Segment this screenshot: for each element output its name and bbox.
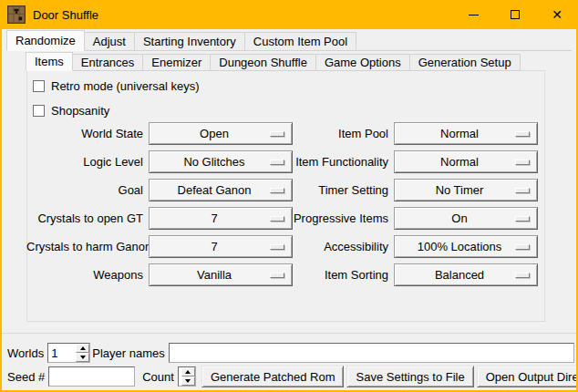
dropdown-indicator-icon bbox=[515, 131, 530, 137]
dropdown-indicator-icon bbox=[515, 244, 530, 250]
worlds-spin-up-button[interactable] bbox=[76, 344, 89, 353]
shopsanity-label: Shopsanity bbox=[51, 104, 109, 118]
tab-items[interactable]: Items bbox=[26, 52, 73, 71]
worlds-spinbox bbox=[47, 343, 90, 363]
worlds-row: Worlds Player names bbox=[5, 342, 574, 364]
tab-entrances[interactable]: Entrances bbox=[72, 54, 144, 71]
crystals-ganon-value: 7 bbox=[211, 240, 230, 253]
seed-input[interactable] bbox=[48, 366, 135, 387]
logic-level-label: Logic Level bbox=[26, 155, 149, 169]
minimize-button[interactable] bbox=[452, 0, 494, 29]
item-functionality-label: Item Functionality bbox=[237, 155, 394, 169]
accessibility-label: Accessibility bbox=[237, 240, 394, 253]
titlebar[interactable]: Door Shuffle ✕ bbox=[0, 0, 578, 29]
save-settings-button[interactable]: Save Settings to File bbox=[346, 366, 473, 387]
dropdown-indicator-icon bbox=[515, 188, 530, 193]
options-column-right: Item Pool Normal Item Functionality Norm… bbox=[237, 119, 538, 289]
accessibility-row: Accessibility 100% Locations bbox=[237, 232, 538, 261]
seed-row: Seed # Count Generate Patched Rom Save S… bbox=[5, 366, 574, 387]
item-pool-row: Item Pool Normal bbox=[237, 119, 538, 148]
worlds-label: Worlds bbox=[5, 346, 47, 360]
maximize-icon bbox=[511, 10, 520, 19]
tab-generation-setup[interactable]: Generation Setup bbox=[409, 54, 521, 71]
accessibility-value: 100% Locations bbox=[418, 240, 515, 253]
arrow-up-icon bbox=[80, 346, 86, 350]
progressive-items-label: Progressive Items bbox=[237, 211, 394, 225]
worlds-spin-down-button[interactable] bbox=[76, 353, 89, 362]
window-title: Door Shuffle bbox=[33, 8, 98, 22]
item-pool-dropdown[interactable]: Normal bbox=[394, 122, 538, 145]
worlds-input[interactable] bbox=[48, 344, 76, 362]
crystals-gt-value: 7 bbox=[211, 211, 230, 225]
item-sorting-dropdown[interactable]: Balanced bbox=[394, 263, 538, 286]
dropdown-indicator-icon bbox=[515, 273, 530, 278]
tab-enemizer[interactable]: Enemizer bbox=[142, 54, 211, 71]
item-functionality-row: Item Functionality Normal bbox=[237, 148, 538, 176]
tab-adjust[interactable]: Adjust bbox=[84, 32, 135, 51]
item-pool-value: Normal bbox=[440, 127, 491, 140]
player-names-label: Player names bbox=[90, 346, 168, 360]
shopsanity-checkbox[interactable] bbox=[33, 105, 45, 117]
tab-custom-item-pool[interactable]: Custom Item Pool bbox=[244, 32, 356, 51]
retro-mode-label: Retro mode (universal keys) bbox=[51, 79, 200, 93]
door-icon bbox=[7, 5, 26, 24]
tab-dungeon-shuffle[interactable]: Dungeon Shuffle bbox=[210, 54, 316, 71]
progressive-items-dropdown[interactable]: On bbox=[394, 207, 538, 230]
outer-tab-bar: Randomize Adjust Starting Inventory Cust… bbox=[6, 30, 356, 51]
weapons-label: Weapons bbox=[26, 268, 149, 282]
count-spinbox bbox=[178, 366, 196, 387]
door-shuffle-window: Door Shuffle ✕ Randomize Adjust Starting… bbox=[0, 0, 578, 392]
tab-starting-inventory[interactable]: Starting Inventory bbox=[134, 32, 245, 51]
item-sorting-row: Item Sorting Balanced bbox=[237, 261, 538, 289]
timer-setting-dropdown[interactable]: No Timer bbox=[394, 179, 538, 201]
arrow-down-icon bbox=[185, 379, 191, 383]
player-names-input[interactable] bbox=[169, 343, 574, 363]
item-sorting-label: Item Sorting bbox=[237, 268, 394, 282]
accessibility-dropdown[interactable]: 100% Locations bbox=[394, 235, 538, 258]
progressive-items-row: Progressive Items On bbox=[237, 204, 538, 232]
count-spin-up-button[interactable] bbox=[181, 367, 195, 377]
item-pool-label: Item Pool bbox=[237, 127, 394, 140]
goal-label: Goal bbox=[26, 183, 149, 197]
world-state-label: World State bbox=[26, 127, 149, 140]
retro-mode-row: Retro mode (universal keys) bbox=[33, 79, 200, 93]
dropdown-indicator-icon bbox=[515, 216, 530, 222]
item-functionality-value: Normal bbox=[440, 155, 491, 169]
close-icon: ✕ bbox=[552, 8, 563, 21]
dropdown-indicator-icon bbox=[515, 160, 530, 165]
timer-setting-row: Timer Setting No Timer bbox=[237, 176, 538, 204]
tab-randomize[interactable]: Randomize bbox=[6, 30, 85, 51]
inner-tab-bar: Items Entrances Enemizer Dungeon Shuffle… bbox=[26, 52, 521, 71]
arrow-up-icon bbox=[185, 370, 191, 374]
arrow-down-icon bbox=[80, 356, 86, 359]
window-border bbox=[0, 0, 2, 392]
close-button[interactable]: ✕ bbox=[536, 0, 578, 29]
crystals-ganon-label: Crystals to harm Ganon bbox=[26, 240, 149, 253]
timer-setting-label: Timer Setting bbox=[237, 183, 394, 197]
tab-game-options[interactable]: Game Options bbox=[315, 54, 410, 71]
minimize-icon bbox=[469, 15, 479, 15]
item-sorting-value: Balanced bbox=[435, 268, 497, 282]
generate-patched-rom-button[interactable]: Generate Patched Rom bbox=[201, 366, 345, 387]
seed-label: Seed # bbox=[5, 370, 48, 384]
timer-setting-value: No Timer bbox=[436, 183, 497, 197]
bottom-separator bbox=[2, 333, 576, 334]
progressive-items-value: On bbox=[451, 211, 480, 225]
count-label: Count bbox=[140, 370, 178, 384]
crystals-gt-label: Crystals to open GT bbox=[26, 211, 149, 225]
item-functionality-dropdown[interactable]: Normal bbox=[394, 150, 538, 173]
count-spin-down-button[interactable] bbox=[181, 377, 195, 386]
open-output-directory-button[interactable]: Open Output Directory bbox=[477, 366, 578, 387]
maximize-button[interactable] bbox=[494, 0, 536, 29]
shopsanity-row: Shopsanity bbox=[33, 104, 109, 118]
world-state-value: Open bbox=[200, 127, 242, 140]
retro-mode-checkbox[interactable] bbox=[33, 80, 45, 92]
